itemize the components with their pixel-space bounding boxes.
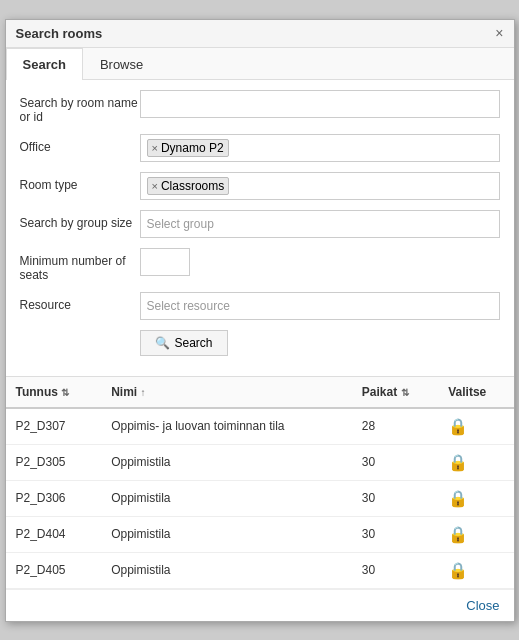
lock-icon: 🔒: [448, 526, 468, 543]
search-button[interactable]: 🔍 Search: [140, 330, 228, 356]
cell-valitse[interactable]: 🔒: [438, 480, 513, 516]
cell-nimi: Oppimistila: [101, 516, 352, 552]
cell-nimi: Oppimistila: [101, 444, 352, 480]
office-label: Office: [20, 134, 140, 154]
cell-valitse[interactable]: 🔒: [438, 444, 513, 480]
col-nimi[interactable]: Nimi ↑: [101, 376, 352, 408]
table-header: Tunnus ⇅ Nimi ↑ Paikat ⇅ Valitse: [6, 376, 514, 408]
cell-paikat: 30: [352, 516, 438, 552]
cell-nimi: Oppimis- ja luovan toiminnan tila: [101, 408, 352, 445]
lock-icon: 🔒: [448, 562, 468, 579]
office-tag-remove[interactable]: ×: [152, 142, 158, 154]
room-type-tag: × Classrooms: [147, 177, 230, 195]
tabs-container: Search Browse: [6, 48, 514, 80]
cell-valitse[interactable]: 🔒: [438, 516, 513, 552]
modal-title: Search rooms: [16, 26, 103, 41]
search-button-icon: 🔍: [155, 336, 170, 350]
group-size-row: Search by group size Select group: [20, 210, 500, 238]
search-form: Search by room name or id Office × Dynam…: [6, 80, 514, 376]
min-seats-label: Minimum number of seats: [20, 248, 140, 282]
lock-icon: 🔒: [448, 418, 468, 435]
cell-tunnus: P2_D404: [6, 516, 102, 552]
cell-nimi: Oppimistila: [101, 552, 352, 588]
search-rooms-modal: Search rooms × Search Browse Search by r…: [5, 19, 515, 622]
close-button[interactable]: Close: [466, 598, 499, 613]
col-tunnus[interactable]: Tunnus ⇅: [6, 376, 102, 408]
room-type-row: Room type × Classrooms: [20, 172, 500, 200]
sort-tunnus-icon: ⇅: [61, 387, 69, 398]
table-body: P2_D307Oppimis- ja luovan toiminnan tila…: [6, 408, 514, 589]
room-type-tag-remove[interactable]: ×: [152, 180, 158, 192]
table-row: P2_D307Oppimis- ja luovan toiminnan tila…: [6, 408, 514, 445]
resource-row: Resource Select resource: [20, 292, 500, 320]
min-seats-input[interactable]: [140, 248, 190, 276]
tab-search[interactable]: Search: [6, 48, 83, 80]
table-row: P2_D405Oppimistila30🔒: [6, 552, 514, 588]
cell-paikat: 30: [352, 552, 438, 588]
resource-label: Resource: [20, 292, 140, 312]
sort-paikat-icon: ⇅: [401, 387, 409, 398]
cell-tunnus: P2_D306: [6, 480, 102, 516]
min-seats-row: Minimum number of seats: [20, 248, 500, 282]
sort-nimi-icon: ↑: [140, 387, 145, 398]
col-valitse: Valitse: [438, 376, 513, 408]
cell-tunnus: P2_D305: [6, 444, 102, 480]
lock-icon: 🔒: [448, 454, 468, 471]
office-row: Office × Dynamo P2: [20, 134, 500, 162]
cell-paikat: 30: [352, 480, 438, 516]
cell-valitse[interactable]: 🔒: [438, 408, 513, 445]
room-type-label: Room type: [20, 172, 140, 192]
col-paikat[interactable]: Paikat ⇅: [352, 376, 438, 408]
table-row: P2_D305Oppimistila30🔒: [6, 444, 514, 480]
cell-nimi: Oppimistila: [101, 480, 352, 516]
group-size-select[interactable]: Select group: [140, 210, 500, 238]
tab-browse[interactable]: Browse: [83, 48, 160, 80]
cell-paikat: 28: [352, 408, 438, 445]
room-name-input[interactable]: [140, 90, 500, 118]
lock-icon: 🔒: [448, 490, 468, 507]
table-row: P2_D306Oppimistila30🔒: [6, 480, 514, 516]
cell-tunnus: P2_D405: [6, 552, 102, 588]
room-name-row: Search by room name or id: [20, 90, 500, 124]
modal-header: Search rooms ×: [6, 20, 514, 48]
room-type-tag-input[interactable]: × Classrooms: [140, 172, 500, 200]
cell-paikat: 30: [352, 444, 438, 480]
table-row: P2_D404Oppimistila30🔒: [6, 516, 514, 552]
office-tag-input[interactable]: × Dynamo P2: [140, 134, 500, 162]
cell-valitse[interactable]: 🔒: [438, 552, 513, 588]
office-tag: × Dynamo P2: [147, 139, 229, 157]
results-table: Tunnus ⇅ Nimi ↑ Paikat ⇅ Valitse P2_D307…: [6, 376, 514, 589]
modal-footer: Close: [6, 589, 514, 621]
room-name-label: Search by room name or id: [20, 90, 140, 124]
resource-select[interactable]: Select resource: [140, 292, 500, 320]
group-size-label: Search by group size: [20, 210, 140, 230]
cell-tunnus: P2_D307: [6, 408, 102, 445]
modal-close-x-button[interactable]: ×: [495, 26, 503, 40]
